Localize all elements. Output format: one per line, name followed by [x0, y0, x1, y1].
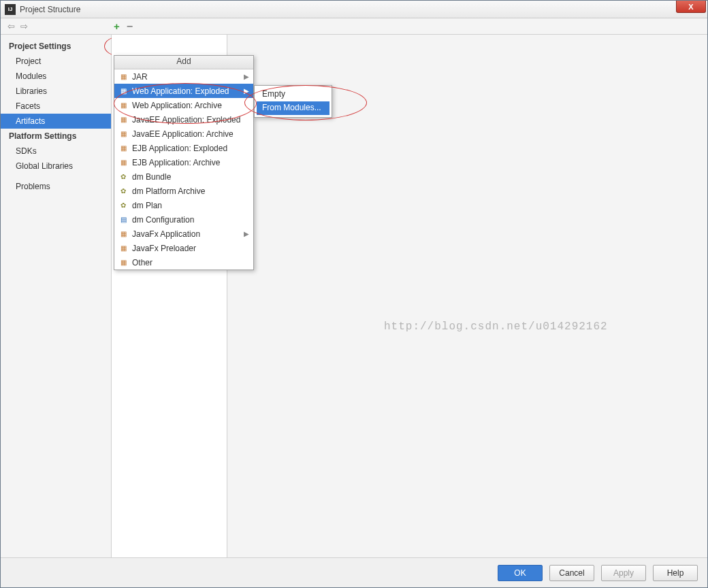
document-icon: ▤ — [118, 215, 128, 225]
menu-item-label: dm Plan — [132, 201, 162, 210]
apply-button[interactable]: Apply — [601, 565, 646, 581]
menu-item-dm-bundle[interactable]: ✿ dm Bundle — [114, 169, 253, 184]
menu-item-ejb-archive[interactable]: ▦ EJB Application: Archive — [114, 155, 253, 169]
sidebar-item-problems[interactable]: Problems — [1, 179, 111, 194]
add-menu-header: Add — [114, 56, 253, 69]
ok-button[interactable]: OK — [498, 565, 543, 581]
menu-item-label: Other — [132, 258, 152, 267]
cog-icon: ✿ — [118, 186, 128, 196]
nav-arrows: ⇦ ⇨ — [1, 21, 110, 31]
menu-item-javafx-preloader[interactable]: ▦ JavaFx Preloader — [114, 241, 253, 255]
artifact-icon: ▦ — [118, 101, 128, 110]
artifact-icon: ▦ — [118, 144, 128, 153]
artifact-icon: ▦ — [118, 129, 128, 139]
menu-item-label: dm Configuration — [132, 215, 194, 225]
cog-icon: ✿ — [118, 172, 128, 182]
sidebar-section-platform-settings: Platform Settings — [1, 129, 111, 144]
menu-item-label: EJB Application: Exploded — [132, 144, 227, 153]
sidebar-item-global-libraries[interactable]: Global Libraries — [1, 159, 111, 174]
toolbar: ⇦ ⇨ + − — [1, 18, 707, 35]
menu-item-label: Web Application: Exploded — [132, 86, 229, 96]
menu-item-ejb-exploded[interactable]: ▦ EJB Application: Exploded — [114, 141, 253, 155]
menu-item-label: JavaEE Application: Archive — [132, 129, 234, 139]
titlebar: IJ Project Structure X — [1, 1, 707, 18]
submenu-arrow-icon: ▶ — [244, 73, 249, 80]
sidebar-item-facets[interactable]: Facets — [1, 99, 111, 114]
submenu-item-from-modules[interactable]: From Modules... — [257, 101, 329, 115]
window-title: Project Structure — [20, 5, 80, 14]
sidebar-item-artifacts[interactable]: Artifacts — [1, 114, 111, 129]
menu-item-other[interactable]: ▦ Other — [114, 255, 253, 270]
menu-item-web-archive[interactable]: ▦ Web Application: Archive — [114, 98, 253, 112]
web-exploded-submenu: Empty From Modules... — [254, 85, 332, 118]
nav-forward-icon[interactable]: ⇨ — [20, 21, 28, 31]
remove-artifact-button[interactable]: − — [127, 20, 133, 33]
menu-item-label: Web Application: Archive — [132, 101, 222, 110]
cancel-button[interactable]: Cancel — [549, 565, 594, 581]
help-button[interactable]: Help — [653, 565, 698, 581]
menu-item-javafx-app[interactable]: ▦ JavaFx Application ▶ — [114, 227, 253, 241]
mid-toolbar: + − — [110, 20, 133, 33]
artifact-icon: ▦ — [118, 229, 128, 239]
content: ⇦ ⇨ + − Project Settings Project Modules… — [1, 18, 707, 557]
add-artifact-menu: Add ▦ JAR ▶ ▦ Web Application: Exploded … — [114, 55, 254, 270]
artifact-icon: ▦ — [118, 86, 128, 96]
menu-item-label: dm Bundle — [132, 172, 171, 182]
menu-item-dm-config[interactable]: ▤ dm Configuration — [114, 212, 253, 227]
submenu-arrow-icon: ▶ — [244, 87, 249, 95]
submenu-arrow-icon: ▶ — [244, 230, 249, 238]
nav-back-icon[interactable]: ⇦ — [7, 21, 15, 31]
menu-item-web-exploded[interactable]: ▦ Web Application: Exploded ▶ — [114, 84, 253, 98]
sidebar-item-modules[interactable]: Modules — [1, 69, 111, 84]
artifact-icon: ▦ — [118, 244, 128, 253]
add-artifact-button[interactable]: + — [114, 20, 120, 32]
menu-item-javaee-exploded[interactable]: ▦ JavaEE Application: Exploded — [114, 112, 253, 127]
artifact-icon: ▦ — [118, 115, 128, 125]
menu-item-jar[interactable]: ▦ JAR ▶ — [114, 69, 253, 84]
body-row: Project Settings Project Modules Librari… — [1, 35, 707, 557]
menu-item-label: JavaFx Preloader — [132, 244, 196, 253]
menu-item-label: JavaEE Application: Exploded — [132, 115, 240, 125]
app-icon: IJ — [5, 4, 16, 15]
close-button[interactable]: X — [676, 1, 706, 13]
artifact-icon: ▦ — [118, 72, 128, 82]
menu-item-dm-plan[interactable]: ✿ dm Plan — [114, 198, 253, 212]
artifact-icon: ▦ — [118, 158, 128, 167]
submenu-item-empty[interactable]: Empty — [257, 88, 329, 101]
artifact-icon: ▦ — [118, 258, 128, 267]
sidebar-section-project-settings: Project Settings — [1, 39, 111, 54]
sidebar-item-libraries[interactable]: Libraries — [1, 84, 111, 99]
menu-item-javaee-archive[interactable]: ▦ JavaEE Application: Archive — [114, 127, 253, 141]
menu-item-label: dm Platform Archive — [132, 186, 205, 196]
sidebar-item-sdks[interactable]: SDKs — [1, 144, 111, 159]
menu-item-label: JavaFx Application — [132, 229, 200, 239]
sidebar-item-project[interactable]: Project — [1, 54, 111, 69]
dialog-footer: OK Cancel Apply Help — [1, 557, 707, 587]
menu-item-dm-platform[interactable]: ✿ dm Platform Archive — [114, 184, 253, 198]
project-structure-window: IJ Project Structure X ⇦ ⇨ + − Project S… — [0, 0, 708, 588]
cog-icon: ✿ — [118, 201, 128, 210]
menu-item-label: JAR — [132, 72, 148, 82]
watermark-text: http://blog.csdn.net/u014292162 — [384, 321, 608, 333]
menu-item-label: EJB Application: Archive — [132, 158, 220, 167]
sidebar: Project Settings Project Modules Librari… — [1, 35, 112, 557]
